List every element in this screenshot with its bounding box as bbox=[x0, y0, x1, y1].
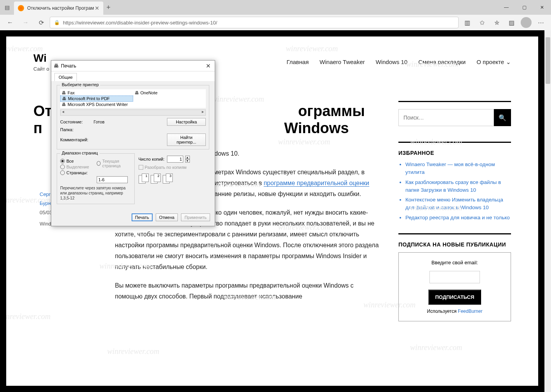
radio-icon bbox=[60, 159, 65, 163]
printer-list-hscroll[interactable] bbox=[60, 109, 206, 116]
chevron-down-icon: ⌄ bbox=[506, 59, 511, 66]
window-controls: — ▢ ✕ bbox=[497, 0, 551, 15]
email-field[interactable] bbox=[429, 271, 480, 283]
copies-row: Число копий: ▲▼ bbox=[139, 156, 210, 163]
printer-item-fax[interactable]: 🖶Fax bbox=[60, 90, 133, 95]
status-label: Состояние: bbox=[60, 120, 91, 124]
printer-item-pdf[interactable]: 🖶Microsoft Print to PDF bbox=[60, 95, 133, 102]
sidebar-search: 🔍 bbox=[398, 109, 511, 126]
apply-button: Применить bbox=[181, 213, 210, 221]
site-title[interactable]: Wi bbox=[33, 52, 49, 64]
favorite-star-icon[interactable]: ✩ bbox=[475, 16, 489, 29]
featured-link[interactable]: Winaero Tweaker — моя всё-в-одном утилит… bbox=[405, 161, 495, 175]
featured-heading: ИЗБРАННОЕ bbox=[398, 150, 511, 156]
onenote-icon: 🖶 bbox=[135, 90, 139, 95]
nav-windows10[interactable]: Windows 10 bbox=[376, 59, 408, 66]
nav-layout[interactable]: Смена раскладки bbox=[418, 59, 466, 66]
subscribe-label: Введите свой email: bbox=[404, 260, 505, 265]
folder-label: Папка: bbox=[60, 127, 91, 132]
new-tab-button[interactable]: + bbox=[106, 3, 111, 12]
subscribe-heading: ПОДПИСКА НА НОВЫЕ ПУБЛИКАЦИИ bbox=[398, 241, 511, 248]
favicon-icon bbox=[18, 5, 24, 11]
range-pages-radio[interactable]: Страницы: bbox=[60, 170, 89, 175]
close-window-button[interactable]: ✕ bbox=[533, 0, 551, 15]
favorites-star-plus-icon[interactable]: ✮ bbox=[490, 16, 504, 29]
page-range-groupbox: Диапазон страниц Все Выделение Страницы:… bbox=[57, 153, 135, 204]
more-menu-icon[interactable]: ⋯ bbox=[534, 16, 548, 29]
back-button[interactable]: ← bbox=[3, 16, 17, 29]
range-selection-radio: Выделение bbox=[60, 165, 89, 169]
lock-icon: 🔒 bbox=[54, 20, 60, 25]
range-current-radio: Текущая страница bbox=[97, 159, 131, 168]
featured-link[interactable]: Как разблокировать сразу все файлы в пап… bbox=[405, 179, 501, 193]
nav-about[interactable]: О проекте ⌄ bbox=[476, 59, 511, 66]
search-button[interactable]: 🔍 bbox=[494, 109, 511, 126]
app-icon: ▤ bbox=[0, 0, 14, 15]
copies-spinner[interactable]: ▲▼ bbox=[185, 156, 190, 163]
browser-tab[interactable]: Отключить настройки Програм ✕ bbox=[14, 2, 103, 15]
dialog-titlebar[interactable]: 🖶 Печать ✕ bbox=[51, 61, 215, 71]
minimize-button[interactable]: — bbox=[497, 0, 515, 15]
dialog-tabs: Общие bbox=[51, 71, 215, 81]
vertical-scrollbar[interactable] bbox=[544, 30, 551, 392]
status-value: Готов bbox=[94, 120, 165, 124]
article-p4: Вы можете выключить параметры программы … bbox=[115, 280, 379, 302]
close-tab-icon[interactable]: ✕ bbox=[95, 5, 99, 11]
nav-home[interactable]: Главная bbox=[287, 59, 309, 66]
pdf-printer-icon: 🖶 bbox=[62, 96, 66, 101]
featured-link[interactable]: Редактор реестра для новичка и не только bbox=[405, 215, 510, 220]
tab-general[interactable]: Общие bbox=[54, 73, 77, 81]
dialog-footer: Печать Отмена Применить bbox=[51, 210, 215, 226]
print-dialog: 🖶 Печать ✕ Общие Выберите принтер 🖶Fax 🖶… bbox=[51, 60, 215, 226]
main-nav: Главная Winaero Tweaker Windows 10 Смена… bbox=[287, 59, 511, 66]
printer-icon: 🖶 bbox=[54, 63, 59, 69]
xps-printer-icon: 🖶 bbox=[62, 102, 66, 107]
range-all-radio[interactable]: Все bbox=[60, 159, 89, 163]
toolbar-right: ▥ ✩ ✮ ▨ ⋯ bbox=[460, 16, 548, 29]
checkbox-icon bbox=[139, 165, 143, 170]
print-button[interactable]: Печать bbox=[132, 213, 153, 221]
find-printer-button[interactable]: Найти принтер... bbox=[167, 134, 206, 146]
collections-icon[interactable]: ▨ bbox=[504, 16, 518, 29]
comment-label: Комментарий: bbox=[60, 137, 91, 142]
dialog-title: Печать bbox=[61, 63, 204, 69]
pages-input[interactable] bbox=[97, 176, 128, 183]
nav-tweaker[interactable]: Winaero Tweaker bbox=[320, 59, 365, 66]
close-dialog-button[interactable]: ✕ bbox=[204, 62, 212, 69]
copies-label: Число копий: bbox=[139, 157, 165, 161]
address-bar[interactable]: 🔒 https://winreviewer.com/disable-inside… bbox=[50, 17, 459, 28]
search-icon: 🔍 bbox=[499, 114, 506, 121]
browser-chrome: ▤ Отключить настройки Програм ✕ + — ▢ ✕ … bbox=[0, 0, 551, 30]
scroll-thumb[interactable] bbox=[546, 37, 550, 84]
radio-icon bbox=[60, 165, 65, 169]
forward-button: → bbox=[19, 16, 33, 29]
maximize-button[interactable]: ▢ bbox=[515, 0, 533, 15]
subscribe-footer: Используется FeedBurner bbox=[404, 309, 505, 314]
printer-groupbox: Выберите принтер 🖶Fax 🖶OneNote 🖶Microsof… bbox=[57, 85, 209, 149]
subscribe-box: Введите свой email: ПОДПИСАТЬСЯ Использу… bbox=[398, 252, 511, 321]
reading-list-icon[interactable]: ▥ bbox=[460, 16, 474, 29]
printer-item-xps[interactable]: 🖶Microsoft XPS Document Writer bbox=[60, 102, 133, 107]
profile-avatar[interactable] bbox=[519, 16, 533, 29]
featured-list: Winaero Tweaker — моя всё-в-одном утилит… bbox=[405, 161, 511, 222]
copies-input[interactable] bbox=[167, 156, 183, 163]
refresh-button[interactable]: ⟳ bbox=[34, 16, 48, 29]
watermark: winreviewer.com bbox=[410, 343, 462, 352]
cancel-button[interactable]: Отмена bbox=[156, 213, 178, 221]
spin-down-icon[interactable]: ▼ bbox=[185, 159, 190, 163]
watermark: winreviewer.com bbox=[107, 347, 159, 356]
search-input[interactable] bbox=[398, 109, 494, 126]
subscribe-button[interactable]: ПОДПИСАТЬСЯ bbox=[428, 290, 481, 305]
author-lastname[interactable]: Буря bbox=[40, 200, 51, 206]
titlebar: ▤ Отключить настройки Програм ✕ + — ▢ ✕ bbox=[0, 0, 551, 15]
collate-checkbox: Разобрать по копиям bbox=[139, 165, 210, 170]
radio-icon bbox=[97, 161, 101, 166]
printer-item-onenote[interactable]: 🖶OneNote bbox=[133, 90, 206, 95]
feedburner-link[interactable]: FeedBurner bbox=[458, 309, 482, 314]
tab-title: Отключить настройки Програм bbox=[27, 5, 94, 11]
printer-settings-button[interactable]: Настройка bbox=[167, 118, 206, 126]
featured-link[interactable]: Контекстное меню Изменить владельца для … bbox=[405, 197, 503, 210]
insider-program-link[interactable]: программе предварительной оценки bbox=[264, 180, 369, 187]
sidebar: 🔍 ИЗБРАННОЕ Winaero Tweaker — моя всё-в-… bbox=[398, 80, 511, 321]
spin-up-icon[interactable]: ▲ bbox=[185, 156, 190, 159]
